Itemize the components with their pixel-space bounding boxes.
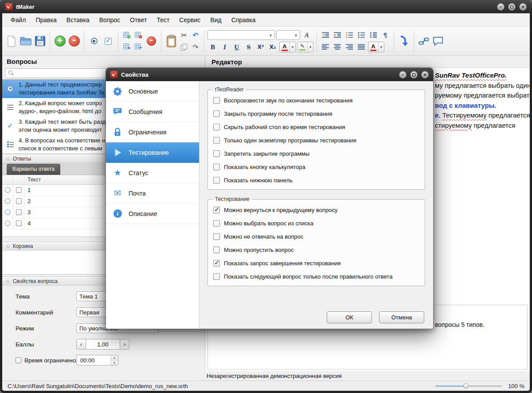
- line-spacing-button[interactable]: [368, 30, 379, 40]
- add-answer-button[interactable]: [121, 30, 132, 41]
- dialog-maximize-button[interactable]: [410, 71, 418, 79]
- sidebar-item-status[interactable]: ★ Статус: [106, 163, 199, 183]
- font-style-button[interactable]: A: [301, 30, 312, 40]
- answer-radio[interactable]: [5, 209, 11, 215]
- checkbox[interactable]: [213, 247, 220, 253]
- time-up-button[interactable]: ▴: [111, 355, 118, 361]
- checkbox[interactable]: [213, 164, 220, 170]
- strikethrough-button[interactable]: S: [243, 42, 254, 52]
- cancel-button[interactable]: Отмена: [379, 311, 424, 323]
- underline-button[interactable]: U: [231, 42, 242, 52]
- answer-radio[interactable]: [5, 220, 11, 226]
- bullet-list-button[interactable]: [344, 30, 355, 40]
- menu-help[interactable]: Справка: [227, 14, 261, 26]
- answer-checkbox[interactable]: [16, 198, 22, 204]
- bold-button[interactable]: B: [207, 42, 218, 52]
- option-row[interactable]: Можно пропустить вопрос: [211, 243, 421, 256]
- menu-edit[interactable]: Правка: [31, 14, 61, 26]
- option-row[interactable]: Можно не отвечать на вопрос: [211, 230, 421, 243]
- checkbox[interactable]: [213, 137, 220, 144]
- option-row[interactable]: Можно вернуться к предыдущему вопросу: [211, 203, 421, 216]
- answer-checkbox[interactable]: [16, 209, 22, 215]
- undo-button[interactable]: ↶: [190, 30, 201, 40]
- sidebar-item-restrictions[interactable]: Ограничения: [106, 122, 199, 142]
- checkbox[interactable]: [213, 97, 220, 104]
- single-choice-question-button[interactable]: [87, 34, 101, 48]
- delete-answer-button[interactable]: [145, 34, 158, 48]
- points-decrease-button[interactable]: ‹: [76, 339, 86, 350]
- menu-service[interactable]: Сервис: [174, 14, 205, 26]
- slider-handle[interactable]: [463, 383, 469, 389]
- insert-comment-button[interactable]: [431, 34, 445, 48]
- menu-test[interactable]: Тест: [152, 14, 174, 26]
- delete-question-button[interactable]: [67, 34, 81, 48]
- points-value[interactable]: 1,00: [86, 339, 120, 350]
- paragraph-mark-button[interactable]: ¶: [380, 30, 391, 40]
- align-center-button[interactable]: [332, 42, 343, 52]
- answer-radio[interactable]: [5, 198, 11, 204]
- dialog-minimize-button[interactable]: –: [399, 71, 407, 79]
- indent-decrease-button[interactable]: [320, 30, 331, 40]
- go-to-answer-button[interactable]: [397, 34, 411, 48]
- open-test-button[interactable]: [19, 34, 32, 48]
- font-family-select[interactable]: [207, 30, 275, 40]
- sidebar-item-general[interactable]: Основные: [106, 81, 199, 102]
- sidebar-item-mail[interactable]: ✉ Почта: [106, 183, 199, 204]
- font-size-select[interactable]: [276, 30, 300, 40]
- close-button[interactable]: ×: [519, 3, 527, 11]
- redo-button[interactable]: ↷: [190, 42, 201, 52]
- align-justify-button[interactable]: [356, 42, 367, 52]
- chevron-down-icon[interactable]: [289, 42, 295, 52]
- italic-button[interactable]: I: [219, 42, 230, 52]
- checkbox[interactable]: [213, 124, 220, 130]
- font-color-button[interactable]: A: [279, 42, 296, 52]
- checkbox[interactable]: [213, 220, 220, 227]
- time-limited-checkbox[interactable]: [16, 358, 21, 363]
- menu-view[interactable]: Вид: [205, 14, 226, 26]
- checkbox[interactable]: [213, 177, 220, 184]
- option-row[interactable]: Закрыть программу после тестирования: [211, 107, 421, 120]
- sidebar-item-description[interactable]: Описание: [106, 204, 199, 224]
- checkbox[interactable]: [213, 233, 220, 240]
- points-increase-button[interactable]: ›: [120, 339, 129, 350]
- option-row[interactable]: Показать следующий вопрос только после п…: [211, 270, 421, 283]
- checkbox[interactable]: [213, 260, 220, 267]
- chevron-down-icon[interactable]: [378, 42, 384, 52]
- align-right-button[interactable]: [344, 42, 355, 52]
- answer-checkbox[interactable]: [16, 220, 22, 226]
- font-color-2-button[interactable]: A: [368, 42, 384, 52]
- multiple-choice-question-button[interactable]: [102, 34, 115, 48]
- dialog-titlebar[interactable]: Свойства – ×: [106, 68, 433, 81]
- answer-checkbox[interactable]: [16, 187, 22, 193]
- indent-increase-button[interactable]: [332, 30, 343, 40]
- cut-button[interactable]: ✂: [179, 30, 189, 40]
- option-row[interactable]: Запретить закрытие программы: [211, 147, 421, 160]
- sidebar-item-testing[interactable]: Тестирование: [106, 142, 199, 163]
- copy-button[interactable]: [179, 42, 189, 52]
- zoom-slider[interactable]: [435, 383, 502, 389]
- tab-answer-variants[interactable]: Варианты ответа: [7, 164, 60, 175]
- move-answer-down-button[interactable]: [133, 42, 144, 52]
- align-left-button[interactable]: [320, 42, 331, 52]
- save-test-button[interactable]: [33, 34, 47, 48]
- superscript-button[interactable]: X²: [255, 42, 266, 52]
- menu-insert[interactable]: Вставка: [62, 14, 94, 26]
- checkbox[interactable]: [213, 207, 220, 213]
- ok-button[interactable]: ОК: [327, 311, 372, 323]
- sidebar-item-messages[interactable]: Сообщения: [106, 102, 199, 122]
- option-row[interactable]: Скрыть рабочий стол во время тестировани…: [211, 120, 421, 134]
- menu-file[interactable]: Файл: [6, 14, 31, 26]
- add-question-button[interactable]: [53, 34, 66, 48]
- option-row[interactable]: Показать запрос завершения тестирования: [211, 256, 421, 270]
- maximize-button[interactable]: [508, 3, 516, 11]
- option-row[interactable]: Можно выбрать вопрос из списка: [211, 216, 421, 230]
- window-titlebar[interactable]: tMaker – ×: [0, 0, 532, 13]
- move-answer-up-button[interactable]: [121, 42, 132, 52]
- menu-answer[interactable]: Ответ: [125, 14, 152, 26]
- option-row[interactable]: Показать нижнюю панель: [211, 173, 421, 187]
- time-down-button[interactable]: ▾: [111, 361, 118, 365]
- checkbox[interactable]: [213, 273, 220, 280]
- option-row[interactable]: Воспроизвести звук по окончании тестиров…: [211, 94, 421, 107]
- time-field[interactable]: 00:00 ▴ ▾: [76, 355, 118, 365]
- numbered-list-button[interactable]: [356, 30, 367, 40]
